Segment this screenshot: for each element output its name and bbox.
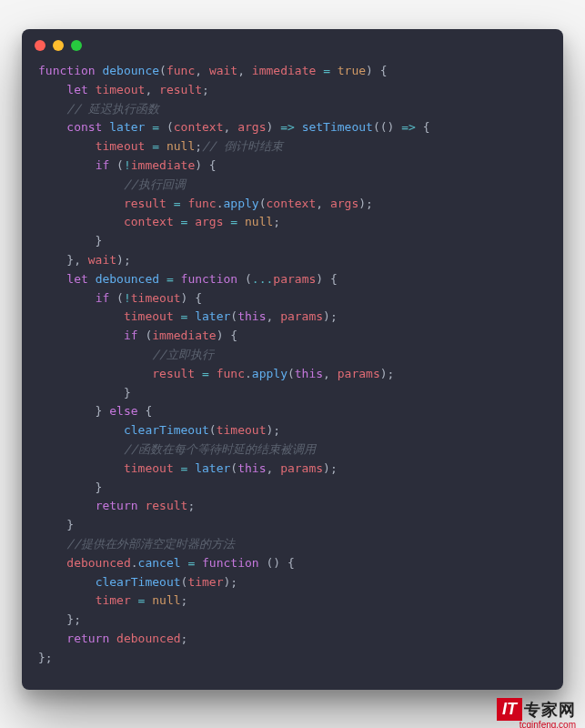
code-line: } [38,384,547,403]
code-line: return result; [38,497,547,516]
code-line: result = func.apply(this, params); [38,365,547,384]
code-line: timeout = later(this, params); [38,460,547,479]
code-line: } [38,232,547,251]
code-line: }; [38,649,547,668]
close-icon [35,40,45,51]
watermark-badge: IT [497,698,522,721]
watermark-label: 专家网 [524,699,576,721]
code-line: //函数在每个等待时延的结束被调用 [38,440,547,460]
watermark-url: tcqinfeng.com [519,720,576,728]
code-line: }; [38,611,547,630]
maximize-icon [71,40,82,51]
code-line: debounced.cancel = function () { [38,554,547,573]
code-line: timeout = later(this, params); [38,308,547,327]
code-block: function debounce(func, wait, immediate … [22,55,563,690]
code-line: timer = null; [38,592,547,611]
code-line: let debounced = function (...params) { [38,270,547,289]
code-line: if (immediate) { [38,327,547,346]
code-line: result = func.apply(context, args); [38,195,547,214]
code-line: const later = (context, args) => setTime… [38,118,547,137]
code-line: timeout = null;// 倒计时结束 [38,137,547,157]
code-line: context = args = null; [38,213,547,232]
code-line: clearTimeout(timer); [38,573,547,592]
code-line: function debounce(func, wait, immediate … [38,62,547,81]
code-line: } else { [38,402,547,421]
code-line: if (!immediate) { [38,157,547,176]
minimize-icon [53,40,64,51]
code-window: function debounce(func, wait, immediate … [22,29,563,690]
code-line: }, wait); [38,251,547,270]
window-titlebar [22,29,563,55]
code-line: } [38,479,547,498]
code-line: //提供在外部清空定时器的方法 [38,535,547,554]
code-line: let timeout, result; [38,81,547,100]
code-line: // 延迟执行函数 [38,100,547,119]
code-line: return debounced; [38,630,547,649]
watermark: IT 专家网 tcqinfeng.com [497,698,576,721]
code-line: if (!timeout) { [38,289,547,308]
code-line: clearTimeout(timeout); [38,421,547,440]
code-line: //执行回调 [38,176,547,195]
code-line: //立即执行 [38,346,547,365]
code-line: } [38,516,547,535]
